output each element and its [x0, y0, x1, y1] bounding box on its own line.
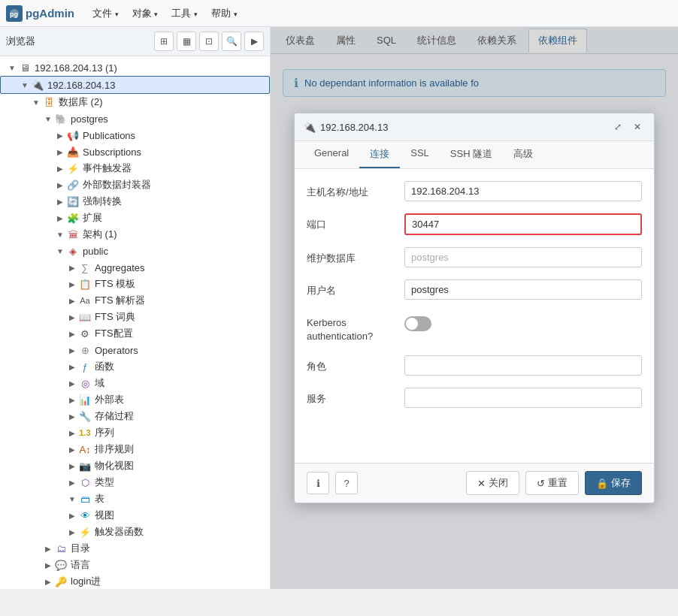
foreign-tables-label: 外部表	[95, 393, 124, 406]
expand-icon: ▼	[19, 79, 31, 91]
tree-item-materialized-views[interactable]: ▶ 📷 物化视图	[0, 457, 270, 474]
aggregates-label: Aggregates	[95, 262, 145, 273]
tree-item-catalogs[interactable]: ▶ 🗂 目录	[0, 540, 270, 557]
trigger-funcs-label: 触发器函数	[95, 525, 144, 539]
modal-footer: ℹ ? ✕ 关闭 ↺ 重置	[295, 463, 654, 503]
expand-icon: ▶	[66, 460, 78, 472]
types-icon: ⬡	[78, 476, 92, 489]
tree-item-event-triggers[interactable]: ▶ ⚡ 事件触发器	[0, 160, 270, 177]
tree-item-fts-templates[interactable]: ▶ 📋 FTS 模板	[0, 276, 270, 292]
toolbar-grid-btn[interactable]: ▦	[177, 32, 196, 51]
reset-button[interactable]: ↺ 重置	[525, 471, 579, 495]
tree-item-views[interactable]: ▶ 👁 视图	[0, 507, 270, 524]
modal-title-area: 🔌 192.168.204.13	[304, 122, 388, 133]
tree-item-languages[interactable]: ▶ 💬 语言	[0, 557, 270, 573]
expand-icon: ▶	[54, 195, 66, 207]
modal-tab-advanced[interactable]: 高级	[503, 141, 543, 168]
modal-tabs: General 连接 SSL SSH 隧道 高级	[295, 141, 654, 169]
modal-tab-connection[interactable]: 连接	[359, 141, 400, 168]
hostname-label: 主机名称/地址	[307, 181, 404, 199]
tree-item-databases[interactable]: ▼ 🗄 数据库 (2)	[0, 94, 270, 110]
expand-icon: ▶	[66, 261, 78, 273]
role-input[interactable]	[404, 355, 642, 376]
tree-item-server-group[interactable]: ▼ 🖥 192.168.204.13 (1)	[0, 59, 270, 76]
maintenance-db-label: 维护数据库	[307, 247, 404, 265]
username-control	[404, 279, 642, 300]
toolbar-search-btn[interactable]: 🔍	[222, 32, 241, 51]
tree-item-domains[interactable]: ▶ ◎ 域	[0, 375, 270, 391]
close-button[interactable]: ✕ 关闭	[466, 471, 519, 495]
subscriptions-icon: 📥	[66, 145, 80, 159]
tree-item-foreign-tables[interactable]: ▶ 📊 外部表	[0, 391, 270, 408]
info-button[interactable]: ℹ	[307, 472, 329, 494]
publications-icon: 📢	[66, 128, 80, 142]
views-label: 视图	[95, 509, 114, 522]
expand-icon: ▶	[66, 311, 78, 323]
fts-parsers-icon: Aa	[78, 294, 92, 307]
modal-tab-ssl[interactable]: SSL	[400, 141, 440, 168]
tree-item-login-servers[interactable]: ▶ 🔑 login进	[0, 573, 270, 589]
service-control	[404, 388, 642, 408]
port-control	[404, 213, 642, 235]
menu-bar: 文件 ▾ 对象 ▾ 工具 ▾ 帮助 ▾	[86, 4, 244, 23]
tables-icon: 🗃	[78, 492, 92, 506]
tree-item-aggregates[interactable]: ▶ ∑ Aggregates	[0, 259, 270, 276]
toolbar-filter-btn[interactable]: ⊡	[199, 32, 219, 51]
expand-icon: ▶	[42, 559, 54, 571]
tree-item-public[interactable]: ▼ ◈ public	[0, 243, 270, 259]
modal-tab-general[interactable]: General	[304, 141, 359, 168]
hostname-input[interactable]	[404, 181, 642, 201]
menu-tools[interactable]: 工具 ▾	[165, 4, 204, 23]
expand-icon: ▼	[54, 245, 66, 257]
tree-item-sequences[interactable]: ▶ 1.3 序列	[0, 424, 270, 441]
domains-icon: ◎	[78, 376, 92, 390]
menu-help[interactable]: 帮助 ▾	[205, 4, 244, 23]
tree-item-procedures[interactable]: ▶ 🔧 存储过程	[0, 408, 270, 424]
username-input[interactable]	[404, 279, 642, 300]
modal-overlay: 🔌 192.168.204.13 ⤢ ✕ General 连接 SSL SSH …	[271, 27, 678, 589]
maintenance-db-control	[404, 247, 642, 267]
help-button[interactable]: ?	[335, 472, 358, 494]
login-servers-label: login进	[71, 575, 101, 588]
toolbar-run-btn[interactable]: ▶	[244, 32, 264, 51]
modal-close-btn[interactable]: ✕	[630, 119, 645, 134]
service-input[interactable]	[404, 388, 642, 408]
menu-file[interactable]: 文件 ▾	[86, 4, 125, 23]
tree-item-fts-dict[interactable]: ▶ 📖 FTS 词典	[0, 309, 270, 325]
tree-item-tables[interactable]: ▼ 🗃 表	[0, 491, 270, 507]
tree-item-operators[interactable]: ▶ ⊕ Operators	[0, 342, 270, 358]
modal-expand-btn[interactable]: ⤢	[610, 119, 625, 134]
tree-item-foreign-data[interactable]: ▶ 🔗 外部数据封装器	[0, 177, 270, 193]
tree-item-functions[interactable]: ▶ ƒ 函数	[0, 358, 270, 375]
save-button[interactable]: 🔒 保存	[585, 471, 642, 495]
kerberos-toggle[interactable]	[404, 316, 431, 331]
expand-icon: ▶	[66, 294, 78, 306]
form-row-service: 服务	[307, 388, 642, 408]
toolbar-table-btn[interactable]: ⊞	[154, 32, 174, 51]
port-input[interactable]	[404, 213, 642, 235]
expand-icon: ▶	[66, 377, 78, 389]
tree-item-schemas[interactable]: ▼ 🏛 架构 (1)	[0, 226, 270, 243]
tree-item-trigger-funcs[interactable]: ▶ ⚡ 触发器函数	[0, 524, 270, 540]
postgres-icon: 🐘	[54, 112, 68, 125]
tree-item-publications[interactable]: ▶ 📢 Publications	[0, 127, 270, 143]
tree-item-fts-parsers[interactable]: ▶ Aa FTS 解析器	[0, 292, 270, 309]
procedures-icon: 🔧	[78, 409, 92, 423]
event-triggers-label: 事件触发器	[83, 162, 132, 175]
tree-item-subscriptions[interactable]: ▶ 📥 Subscriptions	[0, 143, 270, 160]
menu-object[interactable]: 对象 ▾	[126, 4, 165, 23]
catalogs-label: 目录	[71, 542, 90, 555]
maintenance-db-input[interactable]	[404, 247, 642, 267]
tree-item-server[interactable]: ▼ 🔌 192.168.204.13	[0, 76, 270, 94]
tree-item-types[interactable]: ▶ ⬡ 类型	[0, 474, 270, 491]
operators-icon: ⊕	[78, 343, 92, 357]
fts-dict-label: FTS 词典	[95, 310, 135, 324]
tree-item-fts-config[interactable]: ▶ ⚙ FTS配置	[0, 325, 270, 342]
tree-item-postgres[interactable]: ▼ 🐘 postgres	[0, 110, 270, 127]
tree-item-casts[interactable]: ▶ 🔄 强制转换	[0, 193, 270, 210]
tree-item-extensions[interactable]: ▶ 🧩 扩展	[0, 210, 270, 226]
modal-tab-ssh-tunnel[interactable]: SSH 隧道	[440, 141, 503, 168]
tree-item-collations[interactable]: ▶ A↕ 排序规则	[0, 441, 270, 457]
casts-label: 强制转换	[83, 195, 122, 208]
expand-icon: ▼	[42, 113, 54, 125]
